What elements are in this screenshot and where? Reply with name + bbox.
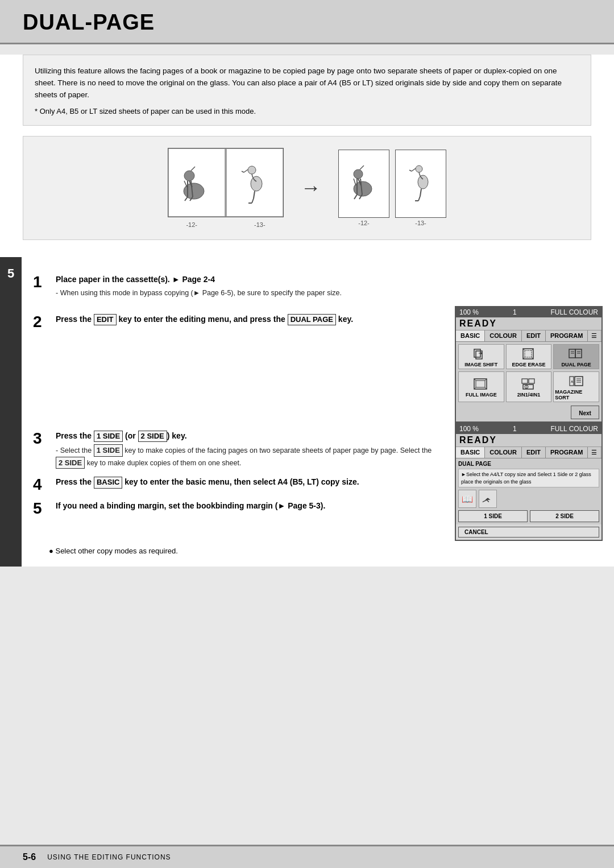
- panel-2-cancel-area: CANCEL: [458, 527, 599, 538]
- svg-point-10: [248, 166, 256, 174]
- single-page-2: [395, 150, 446, 218]
- steps-block-left-2: 2 Press the EDIT key to enter the editin…: [33, 306, 443, 423]
- step-2: 2 Press the EDIT key to enter the editin…: [33, 314, 443, 330]
- svg-line-19: [354, 179, 356, 185]
- panel-1-header: 100 % 1 FULL COLOUR: [456, 307, 601, 317]
- page-header: DUAL-PAGE: [0, 0, 614, 44]
- panel-buttons-row2: FULL IMAGE 2IN1/4IN1: [456, 371, 601, 404]
- step-4-main: Press the BASIC key to enter the basic m…: [56, 477, 443, 488]
- tab-edit[interactable]: EDIT: [522, 330, 546, 341]
- panel-2-side-btns: 1 SIDE 2 SIDE: [458, 510, 599, 522]
- step-5-body: If you need a binding margin, set the bo…: [56, 501, 443, 512]
- illustration-area: -12- -13- →: [23, 136, 591, 240]
- btn-image-shift-label: IMAGE SHIFT: [464, 362, 497, 367]
- svg-line-4: [191, 167, 195, 171]
- flamingo-bird-icon: [235, 160, 275, 205]
- steps-block-left-3-5: 3 Press the 1 SIDE (or 2 SIDE) key. - Se…: [33, 423, 443, 541]
- btn-dual-page[interactable]: DUAL PAGE: [553, 344, 599, 369]
- step-1-sub: - When using this mode in bypass copying…: [56, 288, 603, 299]
- panel-1-count: 1: [513, 308, 517, 316]
- p2-tab-basic[interactable]: BASIC: [456, 447, 485, 458]
- bullet-point: ● Select other copy modes as required.: [49, 547, 603, 555]
- panel-2-status: FULL COLOUR: [550, 425, 598, 433]
- tab-more[interactable]: ☰: [588, 330, 600, 341]
- step-2-body: Press the EDIT key to enter the editing …: [56, 314, 443, 325]
- svg-line-28: [409, 170, 412, 171]
- btn-edge-erase-label: EDGE ERASE: [512, 362, 545, 367]
- panel-1-status: FULL COLOUR: [550, 308, 598, 316]
- btn-full-image[interactable]: FULL IMAGE: [458, 371, 504, 402]
- panel-2-tabs: BASIC COLOUR EDIT PROGRAM ☰: [456, 447, 601, 458]
- flamingo-single-icon: [404, 159, 438, 208]
- panel-2-percent: 100 %: [459, 425, 479, 433]
- single-page-1: [338, 150, 389, 218]
- arrow-icon: →: [301, 176, 321, 200]
- steps-content: 1 Place paper in the cassette(s). ► Page…: [22, 257, 614, 567]
- step-4-num: 4: [33, 477, 49, 493]
- svg-line-30: [418, 196, 420, 201]
- single-page-2-wrapper: -13-: [395, 150, 446, 226]
- step-2-main: Press the EDIT key to enter the editing …: [56, 314, 443, 325]
- step-1-main: Place paper in the cassette(s). ► Page 2…: [56, 274, 603, 286]
- svg-line-23: [354, 195, 357, 199]
- p2-tab-edit[interactable]: EDIT: [522, 447, 546, 458]
- svg-line-13: [254, 191, 255, 199]
- single-page-num-1: -12-: [358, 220, 370, 226]
- svg-point-16: [354, 181, 372, 196]
- image-shift-icon: [473, 347, 489, 361]
- panel-1-ui: 100 % 1 FULL COLOUR READY BASIC COLOUR E…: [455, 306, 603, 423]
- btn-1-side[interactable]: 1 SIDE: [458, 510, 528, 522]
- book-illustration: -12- -13-: [168, 148, 284, 228]
- svg-point-9: [251, 176, 262, 191]
- svg-point-17: [354, 170, 363, 179]
- step-3-num: 3: [33, 431, 49, 447]
- svg-line-66: [487, 500, 489, 502]
- steps-block-2: 2 Press the EDIT key to enter the editin…: [33, 306, 603, 423]
- page-footer: 5-6 USING THE EDITING FUNCTIONS: [0, 845, 614, 868]
- panel-2-ready: READY: [456, 434, 601, 447]
- tab-basic[interactable]: BASIC: [456, 330, 485, 341]
- svg-rect-49: [476, 381, 485, 387]
- dual-page-icon: [569, 347, 584, 361]
- svg-line-12: [242, 171, 244, 172]
- svg-rect-37: [525, 350, 532, 357]
- btn-next[interactable]: Next: [571, 406, 599, 419]
- btn-cancel[interactable]: CANCEL: [458, 527, 599, 538]
- btn-image-shift[interactable]: IMAGE SHIFT: [458, 344, 504, 369]
- book-page-right: [226, 148, 283, 217]
- btn-2in1-4in1[interactable]: 2IN1/4IN1: [506, 371, 552, 402]
- svg-point-26: [416, 166, 422, 172]
- p2-tab-more[interactable]: ☰: [588, 447, 600, 458]
- tab-program[interactable]: PROGRAM: [546, 330, 588, 341]
- svg-line-20: [360, 166, 364, 170]
- step-5-main: If you need a binding margin, set the bo…: [56, 501, 443, 512]
- step-5: 5 If you need a binding margin, set the …: [33, 501, 443, 516]
- footer-text: USING THE EDITING FUNCTIONS: [47, 853, 171, 861]
- step-3-main: Press the 1 SIDE (or 2 SIDE) key.: [56, 431, 443, 442]
- panel-2-copy-icon: [479, 490, 497, 508]
- panel-2-content: DUAL PAGE ►Select the A4/LT copy size an…: [456, 458, 601, 524]
- panel-2-icons: 📖: [458, 490, 599, 508]
- panel-2-count: 1: [513, 425, 517, 433]
- step-1: 1 Place paper in the cassette(s). ► Page…: [33, 274, 603, 298]
- tab-colour[interactable]: COLOUR: [485, 330, 522, 341]
- book-page-left: [168, 148, 225, 217]
- btn-2-side[interactable]: 2 SIDE: [530, 510, 599, 522]
- btn-magazine-sort[interactable]: A MAGAZINE SORT: [553, 371, 599, 402]
- svg-line-11: [244, 170, 248, 172]
- page-num-right: -13-: [254, 221, 265, 228]
- p2-tab-colour[interactable]: COLOUR: [485, 447, 522, 458]
- edge-erase-icon: [521, 347, 537, 361]
- btn-next-label: Next: [579, 410, 591, 416]
- p2-tab-program[interactable]: PROGRAM: [546, 447, 588, 458]
- copy-arrow-icon: [482, 493, 494, 505]
- full-image-icon: [473, 377, 489, 391]
- intro-note: * Only A4, B5 or LT sized sheets of pape…: [35, 106, 579, 117]
- svg-line-7: [185, 197, 188, 201]
- single-pages: -12- -13-: [338, 150, 446, 226]
- panel-2-left: DUAL PAGE ►Select the A4/LT copy size an…: [458, 461, 599, 522]
- single-page-1-wrapper: -12-: [338, 150, 389, 226]
- svg-point-1: [184, 171, 194, 181]
- 2in1-4in1-icon: [521, 377, 537, 391]
- btn-edge-erase[interactable]: EDGE ERASE: [506, 344, 552, 369]
